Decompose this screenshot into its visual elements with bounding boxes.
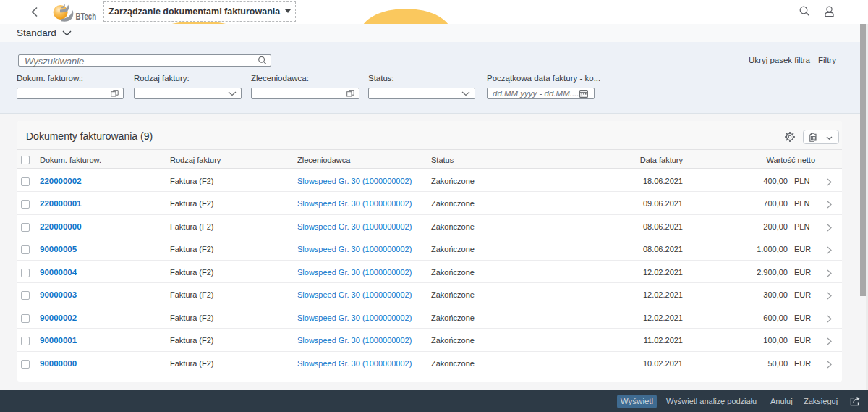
svg-text:BTech: BTech xyxy=(76,12,97,22)
